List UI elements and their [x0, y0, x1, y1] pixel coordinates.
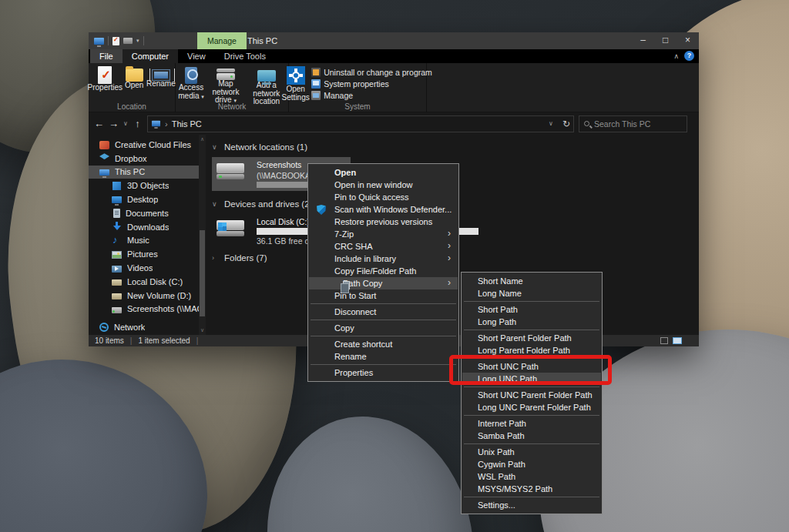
- sidebar-item[interactable]: 3D Objects: [89, 179, 199, 192]
- back-arrow-icon[interactable]: ←: [92, 118, 106, 129]
- ribbon-small-button[interactable]: System properties: [311, 79, 432, 89]
- search-box[interactable]: [579, 115, 687, 132]
- up-arrow-icon[interactable]: ↑: [130, 118, 145, 129]
- menu-item[interactable]: CRC SHA ›: [309, 240, 458, 253]
- view-toggles: [660, 337, 682, 344]
- menu-item[interactable]: Create shortcut ›: [309, 338, 458, 350]
- ribbon-button[interactable]: Access media ▾: [176, 65, 206, 101]
- drive-icon: [112, 279, 122, 286]
- forward-arrow-icon[interactable]: →: [106, 118, 121, 129]
- sysprops-icon: [311, 79, 321, 89]
- sidebar-scrollbar[interactable]: ∧ ∨: [199, 135, 206, 335]
- menu-item[interactable]: Properties ›: [309, 366, 458, 379]
- submenu-item[interactable]: Short UNC Parent Folder Path: [462, 389, 601, 401]
- sidebar-item[interactable]: Videos: [89, 261, 199, 275]
- menu-item[interactable]: Rename ›: [309, 350, 458, 363]
- title-bar: ▾ Manage This PC – □ ×: [89, 32, 699, 49]
- highlight-annotation-box: [449, 355, 612, 385]
- search-input[interactable]: [594, 119, 682, 129]
- menu-item[interactable]: Scan with Windows Defender... ›: [309, 203, 458, 216]
- menu-separator: [311, 364, 456, 365]
- sidebar-item[interactable]: Network: [89, 320, 199, 334]
- collapse-ribbon-icon[interactable]: ∧: [673, 52, 679, 60]
- sidebar-item[interactable]: Dropbox: [89, 152, 199, 166]
- sidebar-item[interactable]: Desktop: [89, 192, 199, 206]
- submenu-item[interactable]: Short Parent Folder Path: [462, 332, 601, 344]
- address-dropdown-chevron-icon[interactable]: ∨: [549, 120, 553, 127]
- sidebar-item[interactable]: Music: [89, 234, 199, 248]
- customize-toolbar-chevron-icon[interactable]: ▾: [136, 38, 139, 44]
- ribbon-tab[interactable]: File: [90, 49, 123, 63]
- menu-item[interactable]: Pin to Start ›: [309, 289, 458, 302]
- maximize-button[interactable]: □: [654, 32, 677, 49]
- chevron-right-icon[interactable]: ›: [212, 254, 219, 262]
- chevron-right-icon: ›: [448, 253, 451, 264]
- sidebar-item[interactable]: Screenshots (\\MACBOOK: [89, 303, 199, 316]
- refresh-icon[interactable]: ↻: [562, 119, 570, 129]
- drive-shortcut-icon[interactable]: [123, 38, 133, 44]
- ribbon-small-button[interactable]: Uninstall or change a program: [311, 68, 432, 77]
- menu-item[interactable]: Disconnect ›: [309, 306, 458, 318]
- menu-item[interactable]: Copy ›: [309, 322, 458, 334]
- ribbon-tab[interactable]: Computer: [123, 49, 178, 63]
- submenu-item[interactable]: Samba Path: [462, 430, 601, 442]
- submenu-item[interactable]: Long UNC Parent Folder Path: [462, 401, 601, 413]
- ribbon-button[interactable]: Rename ▾: [147, 65, 175, 89]
- section-title: Network locations (1): [224, 142, 307, 152]
- menu-item[interactable]: Copy File/Folder Path ›: [309, 265, 458, 277]
- menu-item[interactable]: Open ›: [309, 166, 458, 179]
- ribbon-button[interactable]: Map network drive ▾: [206, 65, 245, 105]
- sidebar-item[interactable]: Downloads: [89, 220, 199, 234]
- menu-item[interactable]: Path Copy ›: [309, 277, 458, 289]
- submenu-item[interactable]: MSYS/MSYS2 Path: [462, 483, 601, 495]
- menu-item[interactable]: Open in new window ›: [309, 179, 458, 191]
- ribbon-tab[interactable]: View: [178, 49, 215, 63]
- menu-separator: [464, 497, 599, 497]
- close-button[interactable]: ×: [677, 32, 699, 49]
- manage-contextual-tab[interactable]: Manage: [197, 32, 247, 49]
- submenu-item[interactable]: WSL Path: [462, 470, 601, 483]
- sidebar-item[interactable]: Local Disk (C:): [89, 275, 199, 289]
- chevron-down-icon[interactable]: ∨: [212, 200, 219, 208]
- sidebar-item[interactable]: New Volume (D:): [89, 289, 199, 303]
- section-header-network-locations[interactable]: ∨ Network locations (1): [212, 141, 699, 153]
- properties-shortcut-icon[interactable]: [112, 37, 119, 45]
- submenu-item[interactable]: Short Path: [462, 303, 601, 316]
- menu-item[interactable]: 7-Zip ›: [309, 228, 458, 240]
- chevron-right-icon: ›: [448, 228, 451, 239]
- submenu-item[interactable]: Long Path: [462, 316, 601, 328]
- recent-locations-chevron-icon[interactable]: ∨: [121, 120, 130, 127]
- scroll-down-icon[interactable]: ∨: [199, 327, 206, 333]
- details-view-icon[interactable]: [660, 337, 668, 344]
- large-icons-view-icon[interactable]: [673, 337, 682, 344]
- ribbon-small-button[interactable]: Manage: [311, 91, 432, 100]
- submenu-item[interactable]: Short Name: [462, 275, 601, 287]
- help-icon[interactable]: ?: [684, 51, 694, 61]
- scroll-up-icon[interactable]: ∧: [199, 136, 206, 142]
- ribbon-tab[interactable]: Drive Tools: [215, 49, 275, 63]
- breadcrumb-location[interactable]: This PC: [172, 119, 202, 129]
- window-controls: – □ ×: [632, 32, 699, 49]
- sidebar-item[interactable]: Creative Cloud Files: [89, 138, 199, 152]
- sidebar-item[interactable]: Pictures: [89, 247, 199, 261]
- breadcrumb[interactable]: › This PC ∨ ↻: [147, 115, 574, 132]
- menu-item[interactable]: Include in library ›: [309, 253, 458, 265]
- ribbon-button[interactable]: Open ▾: [122, 65, 147, 91]
- menu-separator: [311, 336, 456, 336]
- submenu-item[interactable]: Unix Path: [462, 446, 601, 458]
- menu-item[interactable]: Pin to Quick access ›: [309, 191, 458, 203]
- submenu-item[interactable]: Cygwin Path: [462, 458, 601, 470]
- openfolder-icon: [126, 69, 143, 82]
- scrollbar-thumb[interactable]: [200, 230, 205, 316]
- open-settings-button[interactable]: Open Settings: [283, 65, 308, 102]
- submenu-item[interactable]: Internet Path: [462, 417, 601, 430]
- dropbox-icon: [99, 153, 109, 163]
- menu-item[interactable]: Restore previous versions ›: [309, 216, 458, 228]
- submenu-item[interactable]: Long Name: [462, 287, 601, 299]
- minimize-button[interactable]: –: [632, 32, 654, 49]
- ribbon-button[interactable]: Properties ▾: [89, 65, 122, 93]
- sidebar-item[interactable]: This PC: [89, 166, 199, 179]
- sidebar-item[interactable]: Documents: [89, 206, 199, 220]
- submenu-item[interactable]: Settings...: [462, 499, 601, 511]
- chevron-down-icon[interactable]: ∨: [212, 143, 219, 151]
